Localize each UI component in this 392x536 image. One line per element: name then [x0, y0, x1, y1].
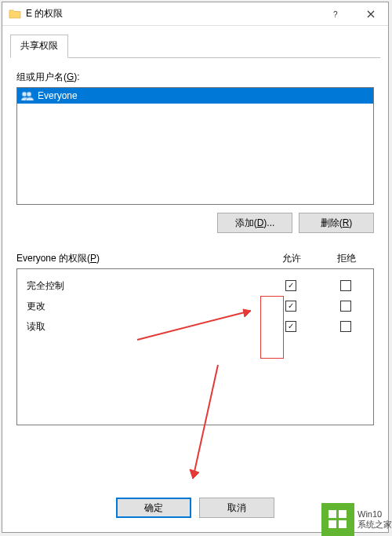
window-title: E 的权限 — [26, 7, 63, 20]
groups-label: 组或用户名(G): — [16, 71, 374, 84]
permissions-header: Everyone 的权限(P) 允许 拒绝 — [16, 252, 374, 265]
deny-checkbox[interactable] — [340, 301, 351, 312]
group-icon — [20, 90, 34, 101]
permissions-dialog: E 的权限 ? 共享权限 组或用户名(G): Everyone — [2, 2, 389, 533]
permission-name: 更改 — [27, 300, 263, 313]
watermark-line1: Win10 — [358, 509, 392, 520]
permission-row: 完全控制 ✓ — [27, 275, 373, 296]
tab-strip: 共享权限 — [2, 26, 388, 58]
svg-rect-10 — [339, 520, 347, 528]
permission-row: 读取 ✓ — [27, 316, 373, 337]
svg-text:?: ? — [333, 10, 338, 18]
remove-button[interactable]: 删除(R) — [299, 213, 374, 233]
permissions-list: 完全控制 ✓ 更改 ✓ 读取 ✓ — [16, 268, 374, 425]
help-button[interactable]: ? — [318, 2, 353, 25]
titlebar: E 的权限 ? — [2, 2, 388, 26]
permission-row: 更改 ✓ — [27, 296, 373, 316]
deny-checkbox[interactable] — [340, 321, 351, 332]
allow-column-header: 允许 — [264, 252, 319, 265]
allow-checkbox[interactable]: ✓ — [285, 301, 296, 312]
cancel-button[interactable]: 取消 — [199, 498, 274, 518]
svg-rect-9 — [328, 520, 336, 528]
principal-item[interactable]: Everyone — [17, 88, 373, 104]
deny-checkbox[interactable] — [340, 280, 351, 291]
permission-name: 完全控制 — [27, 279, 263, 293]
svg-point-1 — [22, 92, 27, 97]
ok-button[interactable]: 确定 — [116, 498, 191, 518]
svg-rect-7 — [328, 510, 336, 518]
windows-logo-icon — [321, 503, 354, 536]
tab-share-permissions[interactable]: 共享权限 — [10, 35, 68, 58]
svg-rect-8 — [339, 510, 347, 518]
close-button[interactable] — [353, 2, 388, 25]
allow-checkbox[interactable]: ✓ — [285, 280, 296, 291]
svg-point-2 — [27, 92, 31, 97]
allow-checkbox[interactable]: ✓ — [285, 321, 296, 332]
watermark: Win10 系统之家 — [321, 503, 392, 536]
deny-column-header: 拒绝 — [319, 252, 374, 265]
watermark-line2: 系统之家 — [358, 520, 392, 530]
folder-icon — [9, 8, 21, 20]
permission-name: 读取 — [27, 320, 263, 334]
window-controls: ? — [318, 2, 388, 25]
dialog-content: 组或用户名(G): Everyone 添加(D)... 删除(R) Everyo… — [2, 58, 388, 488]
principals-listbox[interactable]: Everyone — [16, 87, 374, 205]
add-button[interactable]: 添加(D)... — [217, 213, 292, 233]
principal-name: Everyone — [38, 90, 78, 101]
